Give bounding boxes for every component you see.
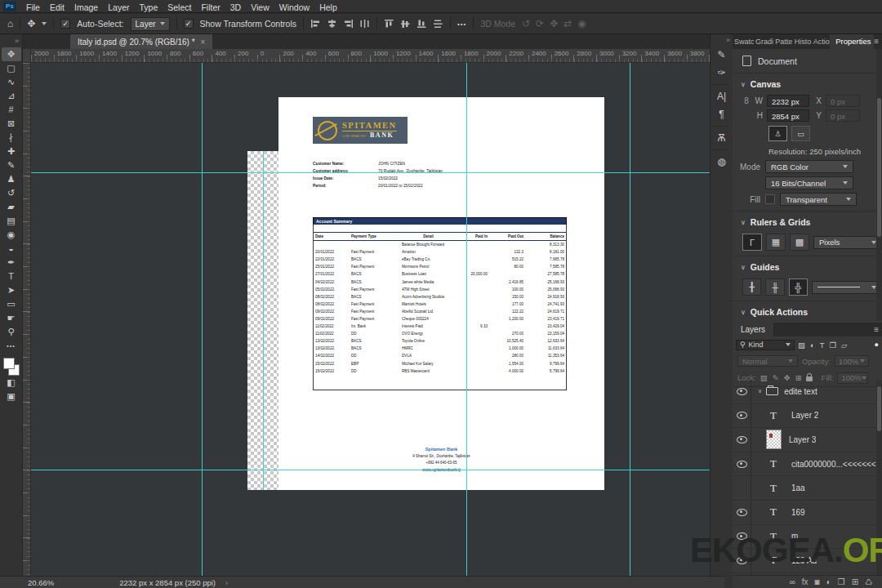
libraries-panel-icon[interactable]: ◍: [711, 153, 733, 171]
shape-tool[interactable]: ▭: [2, 297, 21, 311]
show-transform-checkbox[interactable]: ✓: [184, 19, 194, 29]
layer-row[interactable]: ∨edite text: [733, 380, 882, 404]
brush-tool[interactable]: ✎: [2, 158, 21, 172]
paragraph-panel-icon[interactable]: ¶: [711, 105, 733, 123]
eraser-tool[interactable]: ▰: [2, 200, 21, 214]
color-mode-dropdown[interactable]: RGB Color: [765, 160, 853, 173]
path-selection-tool[interactable]: ➤: [2, 283, 21, 297]
ruler-units-dropdown[interactable]: Pixels: [813, 236, 882, 249]
opacity-field[interactable]: 100%: [835, 355, 869, 367]
bit-depth-dropdown[interactable]: 16 Bits/Channel: [765, 176, 853, 189]
toggle-rulers-icon[interactable]: Γ: [742, 234, 762, 251]
filter-smart-objects-icon[interactable]: ▱: [841, 341, 847, 350]
link-dimensions-icon[interactable]: 8: [742, 96, 751, 105]
menu-edit[interactable]: Edit: [45, 2, 69, 12]
edit-guides-icon[interactable]: ╬: [789, 278, 808, 296]
canvas-viewport[interactable]: SPITAMEN LIVE WEALTHY BANK Customer Name…: [31, 63, 710, 576]
visibility-cell[interactable]: [733, 380, 751, 403]
horizontal-ruler[interactable]: 2000180016001400120010008006004002000200…: [31, 49, 710, 63]
marquee-tool[interactable]: ▢: [2, 61, 21, 75]
width-field[interactable]: 2232 px: [767, 95, 809, 107]
vertical-ruler[interactable]: [23, 63, 31, 576]
eye-icon[interactable]: [737, 461, 747, 468]
fill-checkbox[interactable]: [765, 194, 775, 204]
align-center-vertical-icon[interactable]: [400, 19, 411, 29]
link-layers-icon[interactable]: ∞: [790, 578, 795, 586]
distribute-vertical-icon[interactable]: [433, 19, 443, 29]
auto-select-target-dropdown[interactable]: Layer: [131, 17, 170, 31]
lock-guides-icon[interactable]: ╫: [765, 278, 784, 296]
scrollbar-track[interactable]: [876, 49, 882, 321]
scrollbar-thumb[interactable]: [877, 98, 881, 237]
toggle-guides-icon[interactable]: ╂: [742, 278, 761, 296]
move-tool-icon[interactable]: ✥: [27, 19, 35, 29]
panel-tab-properties[interactable]: Properties: [830, 34, 874, 49]
pen-tool[interactable]: ✒: [2, 256, 21, 270]
layer-filter-kind-dropdown[interactable]: ⚲ Kind: [736, 340, 795, 350]
fill-dropdown[interactable]: Transparent: [780, 193, 857, 206]
filter-pixel-layers-icon[interactable]: ▨: [798, 341, 805, 350]
layer-row[interactable]: TLayer 2: [733, 404, 882, 429]
hand-tool[interactable]: ☛: [2, 311, 21, 325]
scrollbar-thumb[interactable]: [877, 386, 881, 431]
close-tab-icon[interactable]: ×: [201, 38, 206, 47]
align-right-icon[interactable]: [343, 19, 354, 29]
glyphs-panel-icon[interactable]: Ѫ: [711, 129, 733, 147]
canvas-section-header[interactable]: ∨ Canvas: [733, 74, 882, 92]
visibility-cell[interactable]: [733, 428, 751, 452]
guides-section-header[interactable]: ∨ Guides: [733, 256, 882, 275]
snap-grid-icon[interactable]: ▩: [790, 234, 809, 251]
quick-actions-section-header[interactable]: ∨ Quick Actions: [733, 301, 882, 320]
object-selection-tool[interactable]: ⊿: [2, 89, 21, 103]
status-options-arrow[interactable]: ›: [225, 578, 228, 587]
y-field[interactable]: 0 px: [826, 109, 860, 122]
filter-type-layers-icon[interactable]: T: [820, 341, 825, 350]
visibility-cell[interactable]: [733, 476, 751, 500]
filter-shape-layers-icon[interactable]: ❒: [830, 341, 837, 350]
layer-row[interactable]: Tcita0000000...<<<<<<<<0 d: [733, 452, 882, 477]
panel-menu-icon[interactable]: ≡: [874, 323, 879, 336]
foreground-color-swatch[interactable]: [3, 358, 15, 369]
panel-tab-actio[interactable]: Actio: [812, 34, 830, 49]
layer-row[interactable]: T1aa: [733, 476, 882, 501]
layer-row[interactable]: T129 Aa: [733, 549, 882, 573]
adjustment-layer-icon[interactable]: ◐: [826, 578, 831, 586]
dodge-tool[interactable]: ◒: [2, 242, 21, 256]
crop-tool[interactable]: #: [2, 103, 21, 117]
x-field[interactable]: 0 px: [826, 95, 860, 107]
color-swatches[interactable]: [3, 358, 20, 376]
lasso-tool[interactable]: ∿: [2, 75, 21, 89]
menu-file[interactable]: File: [21, 2, 45, 12]
more-options-icon[interactable]: •••: [457, 20, 466, 28]
brush-settings-icon[interactable]: ✑: [711, 64, 733, 82]
eye-icon[interactable]: [737, 412, 747, 419]
layer-mask-icon[interactable]: ◙: [815, 578, 820, 586]
align-bottom-icon[interactable]: [416, 19, 427, 29]
menu-help[interactable]: Help: [314, 2, 342, 12]
home-icon[interactable]: ⌂: [7, 19, 13, 29]
visibility-cell[interactable]: [733, 501, 751, 524]
toggle-grid-icon[interactable]: ▦: [766, 234, 786, 251]
frame-tool[interactable]: ⊠: [2, 117, 21, 131]
character-panel-icon[interactable]: A|: [711, 87, 733, 105]
landscape-orientation-button[interactable]: ▭: [791, 126, 810, 141]
new-layer-icon[interactable]: ⊞: [852, 578, 858, 586]
gradient-tool[interactable]: ▤: [2, 214, 21, 228]
eye-icon[interactable]: [737, 557, 747, 564]
chevron-down-icon[interactable]: [42, 22, 47, 25]
menu-filter[interactable]: Filter: [196, 2, 225, 12]
menu-view[interactable]: View: [246, 2, 274, 12]
vertical-guide[interactable]: [630, 63, 630, 576]
zoom-level-field[interactable]: 20.66%: [28, 578, 54, 587]
more-tools-icon[interactable]: •••: [2, 339, 21, 353]
eye-icon[interactable]: [737, 509, 747, 516]
document-tab[interactable]: Italy id.psd @ 20.7% (RGB/16) * ×: [70, 34, 212, 49]
align-left-icon[interactable]: [310, 19, 321, 29]
distribute-horizontal-icon[interactable]: [359, 19, 370, 29]
visibility-cell[interactable]: [733, 452, 751, 476]
panel-tab-swatc[interactable]: Swatc: [733, 34, 754, 49]
menu-layer[interactable]: Layer: [103, 2, 134, 12]
visibility-cell[interactable]: [733, 549, 751, 572]
properties-document-row[interactable]: Document: [733, 49, 882, 74]
layer-effects-icon[interactable]: fx: [802, 578, 808, 586]
